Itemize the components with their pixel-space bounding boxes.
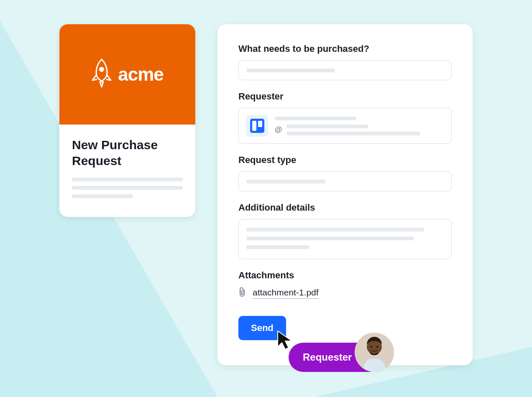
field-requester: Requester @ (238, 91, 452, 144)
paperclip-icon (238, 287, 247, 299)
svg-point-0 (99, 67, 104, 72)
field-label-details: Additional details (238, 202, 452, 213)
field-label-purchase: What needs to be purchased? (238, 43, 452, 54)
placeholder-line (286, 132, 420, 135)
brand-logo: acme (91, 59, 164, 90)
placeholder-line (246, 228, 424, 232)
placeholder-line (246, 237, 414, 240)
field-attachments: Attachments attachment-1.pdf (238, 270, 452, 299)
svg-rect-2 (252, 121, 256, 131)
requester-input[interactable]: @ (238, 108, 452, 144)
field-request-type: Request type (238, 155, 452, 191)
request-type-input[interactable] (238, 171, 452, 191)
purchase-input[interactable] (238, 60, 452, 80)
field-label-attachments: Attachments (238, 270, 452, 281)
avatar (355, 333, 394, 372)
send-button[interactable]: Send (238, 316, 286, 340)
requester-email-line: @ (275, 125, 444, 135)
brand-name: acme (118, 64, 164, 85)
role-badge-label: Requester (303, 351, 352, 363)
requester-lines: @ (275, 117, 444, 135)
form-card: What needs to be purchased? Requester @ (217, 24, 473, 365)
preview-card: acme New Purchase Request (59, 24, 195, 217)
placeholder-line (72, 178, 183, 181)
brand-header: acme (59, 24, 195, 125)
preview-title: New Purchase Request (72, 137, 183, 168)
placeholder-line (246, 180, 325, 183)
placeholder-line (286, 125, 368, 128)
rocket-icon (91, 59, 112, 90)
at-symbol-icon: @ (275, 128, 282, 132)
svg-point-8 (376, 346, 378, 348)
preview-body: New Purchase Request (59, 125, 195, 217)
placeholder-line (72, 186, 183, 190)
placeholder-line (246, 69, 335, 72)
field-details: Additional details (238, 202, 452, 259)
svg-point-7 (371, 346, 372, 348)
trello-icon (246, 115, 268, 137)
svg-rect-3 (258, 121, 262, 127)
attachment-filename: attachment-1.pdf (253, 288, 319, 299)
placeholder-line (72, 194, 133, 198)
field-purchase: What needs to be purchased? (238, 43, 452, 80)
placeholder-line (246, 245, 309, 249)
details-input[interactable] (238, 219, 452, 259)
attachment-row[interactable]: attachment-1.pdf (238, 287, 452, 299)
field-label-requester: Requester (238, 91, 452, 102)
placeholder-line (275, 117, 356, 120)
field-label-request-type: Request type (238, 155, 452, 165)
